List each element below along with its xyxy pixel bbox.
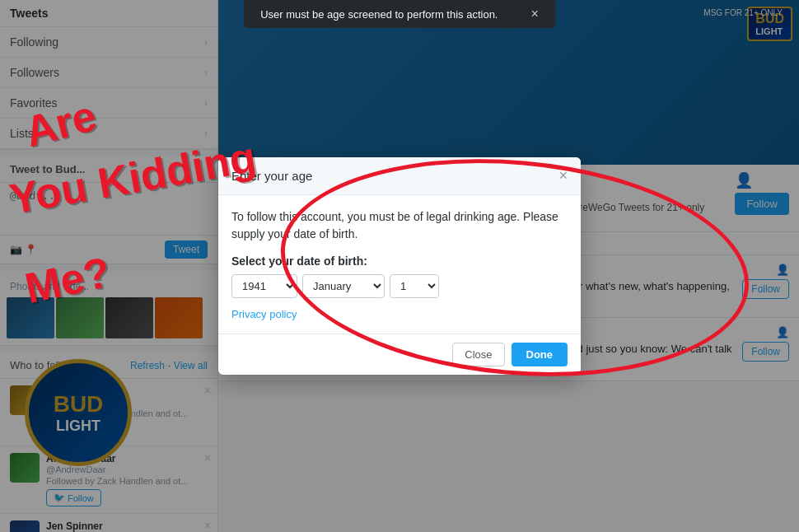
month-select[interactable]: January	[302, 274, 385, 298]
notification-text: User must be age screened to perform thi…	[260, 8, 498, 21]
dob-selects: 1941 January 1	[231, 274, 568, 298]
notification-close-button[interactable]: ×	[530, 7, 538, 21]
modal-header: Enter your age ×	[218, 157, 581, 195]
notification-bar: User must be age screened to perform thi…	[244, 0, 555, 28]
day-select[interactable]: 1	[390, 274, 439, 298]
modal-overlay[interactable]: Enter your age × To follow this account,…	[0, 0, 799, 532]
modal-done-button[interactable]: Done	[512, 343, 568, 366]
modal-intro-text: To follow this account, you must be of l…	[231, 208, 568, 243]
modal-body: To follow this account, you must be of l…	[218, 195, 581, 334]
dob-label: Select your date of birth:	[231, 254, 568, 268]
privacy-policy-link[interactable]: Privacy policy	[231, 308, 297, 320]
age-modal: Enter your age × To follow this account,…	[218, 157, 581, 375]
year-select[interactable]: 1941	[231, 274, 297, 298]
modal-close-x[interactable]: ×	[558, 167, 568, 184]
modal-close-button[interactable]: Close	[452, 343, 504, 366]
modal-footer: Close Done	[218, 334, 581, 375]
modal-title: Enter your age	[231, 169, 312, 183]
